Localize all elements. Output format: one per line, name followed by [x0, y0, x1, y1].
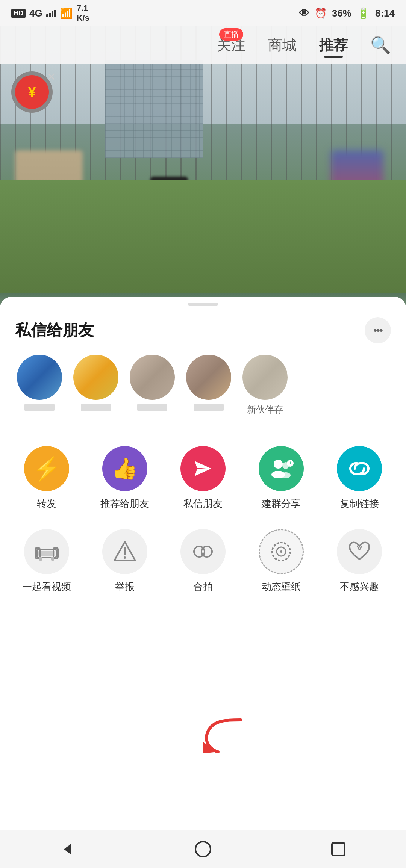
friend-item-2[interactable] — [71, 355, 120, 416]
live-badge: 直播 — [219, 28, 243, 41]
action-not-interested[interactable]: 不感兴趣 — [320, 525, 398, 597]
back-button[interactable] — [53, 834, 83, 864]
action-live-wallpaper[interactable]: 动态壁纸 — [242, 525, 320, 597]
friends-row: 新伙伴存 — [0, 351, 406, 427]
red-envelope-inner: ¥ — [15, 75, 49, 109]
svg-rect-14 — [51, 557, 54, 561]
battery-text: 36% — [332, 8, 351, 19]
nav-recommend[interactable]: 推荐 — [319, 36, 348, 55]
svg-marker-26 — [64, 844, 71, 855]
bottom-nav — [0, 830, 406, 868]
friend-avatar-3 — [130, 355, 175, 400]
recommend-icon-circle: 👍 — [102, 446, 147, 491]
svg-point-19 — [201, 546, 212, 557]
status-left: HD 4G 📶 7.1K/s — [11, 3, 89, 23]
network-speed: 7.1K/s — [77, 3, 89, 23]
repost-label: 转发 — [37, 497, 56, 510]
svg-point-4 — [281, 472, 291, 478]
more-dots-icon: ••• — [373, 324, 382, 336]
action-group-share[interactable]: + 建群分享 — [242, 442, 320, 514]
svg-rect-10 — [38, 551, 55, 556]
sheet-handle — [188, 303, 218, 306]
bottom-sheet: 私信给朋友 ••• 新伙伴存 ⚡ — [0, 297, 406, 868]
recommend-icon: 👍 — [112, 456, 138, 481]
warning-icon — [112, 539, 138, 564]
red-envelope-symbol: ¥ — [28, 84, 36, 100]
friend-avatar-2 — [73, 355, 118, 400]
action-repost[interactable]: ⚡ 转发 — [8, 442, 86, 514]
action-copy-link[interactable]: 复制链接 — [320, 442, 398, 514]
action-grid-2: 一起看视频 举报 合拍 — [0, 522, 406, 608]
svg-text:+: + — [289, 460, 292, 466]
recommend-label: 推荐给朋友 — [100, 497, 149, 510]
friend-item-3[interactable] — [128, 355, 177, 416]
status-right: 👁 ⏰ 36% 🔋 8:14 — [299, 7, 395, 20]
top-nav: 直播 关注 商城 推荐 🔍 — [0, 26, 406, 64]
svg-point-17 — [124, 556, 126, 559]
pm-title: 私信给朋友 — [15, 320, 94, 341]
repost-icon: ⚡ — [33, 455, 61, 482]
group-share-label: 建群分享 — [262, 497, 301, 510]
friend-name-1 — [24, 404, 55, 411]
action-watch-together[interactable]: 一起看视频 — [8, 525, 86, 597]
svg-point-1 — [274, 460, 283, 469]
signal-bars — [46, 9, 56, 17]
not-interested-label: 不感兴趣 — [340, 580, 379, 593]
watch-together-label: 一起看视频 — [22, 580, 71, 593]
group-share-icon-circle: + — [259, 446, 304, 491]
private-msg-label: 私信朋友 — [183, 497, 223, 510]
duet-icon-circle — [180, 529, 226, 574]
friend-avatar-5 — [242, 355, 288, 400]
svg-point-22 — [280, 550, 282, 553]
copy-link-label: 复制链接 — [340, 497, 379, 510]
building — [105, 60, 203, 158]
arrow-indicator — [203, 712, 248, 759]
arrow-svg — [203, 712, 248, 758]
action-recommend[interactable]: 👍 推荐给朋友 — [86, 442, 164, 514]
hd-badge: HD — [11, 9, 26, 18]
friend-name-2 — [81, 404, 111, 411]
action-grid-1: ⚡ 转发 👍 推荐给朋友 私信朋友 — [0, 427, 406, 522]
link-icon — [347, 457, 371, 481]
live-wallpaper-label: 动态壁纸 — [262, 580, 301, 593]
svg-rect-13 — [39, 557, 42, 561]
live-wallpaper-icon-circle — [259, 529, 304, 574]
red-envelope-close[interactable]: ✕ — [47, 71, 56, 83]
friend-name-5: 新伙伴存 — [247, 404, 283, 416]
recent-apps-button[interactable] — [323, 834, 353, 864]
duet-label: 合拍 — [193, 580, 213, 593]
action-duet[interactable]: 合拍 — [164, 525, 242, 597]
svg-point-27 — [195, 842, 211, 857]
watch-together-icon-circle — [24, 529, 69, 574]
red-envelope[interactable]: ¥ — [11, 71, 53, 113]
nav-shop[interactable]: 商城 — [268, 36, 297, 55]
signal-4g: 4G — [29, 8, 42, 19]
status-bar: HD 4G 📶 7.1K/s 👁 ⏰ 36% 🔋 8:14 — [0, 0, 406, 26]
friend-item-1[interactable] — [15, 355, 64, 416]
report-label: 举报 — [115, 580, 135, 593]
private-msg-icon-circle — [180, 446, 226, 491]
action-private-msg[interactable]: 私信朋友 — [164, 442, 242, 514]
not-interested-icon-circle — [337, 529, 382, 574]
action-report[interactable]: 举报 — [86, 525, 164, 597]
friend-avatar-4 — [186, 355, 231, 400]
battery-icon: 🔋 — [357, 7, 370, 20]
report-icon-circle — [102, 529, 147, 574]
friend-name-3 — [137, 404, 167, 411]
friend-item-4[interactable] — [184, 355, 233, 416]
duet-icon — [190, 539, 216, 564]
target-icon — [268, 539, 294, 564]
search-button[interactable]: 🔍 — [370, 35, 391, 55]
friend-name-4 — [194, 404, 224, 411]
pm-more-button[interactable]: ••• — [365, 317, 391, 343]
broken-heart-icon — [347, 539, 372, 564]
ground — [0, 180, 406, 293]
friend-avatar-1 — [17, 355, 62, 400]
repost-icon-circle: ⚡ — [24, 446, 69, 491]
svg-rect-28 — [332, 843, 345, 856]
nav-follow[interactable]: 直播 关注 — [217, 36, 245, 55]
copy-link-icon-circle — [337, 446, 382, 491]
sofa-icon — [34, 539, 59, 564]
home-button[interactable] — [188, 834, 218, 864]
friend-item-5[interactable]: 新伙伴存 — [241, 355, 289, 416]
